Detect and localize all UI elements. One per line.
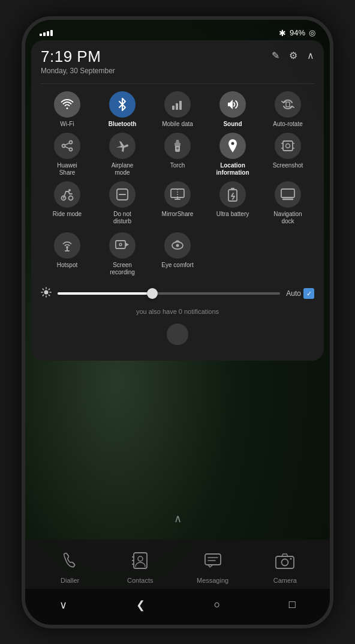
tile-location[interactable]: Location information [206,133,259,176]
tiles-row4: Hotspot Screen recording [41,232,314,276]
svg-rect-13 [283,141,293,151]
phone-content: ✱ 94% ◎ 7:19 PM Monday, 30 September ✎ ⚙… [25,20,330,625]
location-icon [219,133,246,159]
sound-tile-icon [219,91,246,118]
hotspot-label: Hotspot [57,262,77,269]
auto-check[interactable]: ✓ [303,288,314,299]
messaging-icon [199,547,227,574]
svg-line-8 [65,146,70,149]
svg-point-5 [70,140,73,143]
torch-label: Torch [170,162,185,169]
brightness-thumb[interactable] [147,288,158,299]
ride-mode-label: Ride mode [53,211,82,218]
svg-rect-1 [176,103,178,110]
auto-rotate-icon [275,91,301,118]
svg-line-7 [65,143,70,145]
svg-rect-3 [286,102,290,107]
svg-rect-0 [172,106,175,110]
nav-dropdown-btn[interactable]: ∨ [47,596,79,614]
svg-line-45 [43,289,43,289]
svg-point-39 [176,244,179,247]
time-block: 7:19 PM Monday, 30 September [41,47,115,75]
brightness-row: Auto ✓ [41,284,314,305]
tile-torch[interactable]: Torch [151,133,204,176]
tile-auto-rotate[interactable]: Auto-rotate [261,91,314,128]
svg-marker-37 [125,242,129,247]
brightness-slider[interactable] [58,292,280,295]
tile-screen-recording[interactable]: Screen recording [96,232,149,276]
edit-icon[interactable]: ✎ [272,50,279,61]
tile-sound[interactable]: Sound [206,91,259,128]
tile-airplane-mode[interactable]: Airplane mode [96,133,149,176]
battery-circle-icon: ◎ [309,28,315,37]
mirrorshare-icon [164,181,191,208]
svg-point-12 [231,142,234,145]
bluetooth-label: Bluetooth [109,121,137,128]
tile-ride-mode[interactable]: Ride mode [41,181,94,225]
tile-mobile-data[interactable]: Mobile data [151,91,204,128]
svg-rect-10 [175,143,180,146]
tile-hotspot[interactable]: Hotspot [41,232,94,276]
svg-rect-24 [171,189,184,197]
hotspot-icon [54,232,80,259]
tile-wifi[interactable]: Wi-Fi [41,91,94,128]
svg-point-59 [290,558,292,559]
nav-home-btn[interactable]: ○ [201,596,232,613]
dock-dialler[interactable]: Dialler [56,547,84,584]
mirrorshare-label: MirrorShare [162,211,194,218]
status-bar: ✱ 94% ◎ [25,20,330,40]
airplane-mode-icon [109,133,136,159]
dock-messaging[interactable]: Messaging [197,547,228,584]
header-icons: ✎ ⚙ ∧ [272,47,314,61]
tile-nav-dock[interactable]: Navigation dock [261,181,314,225]
svg-point-4 [62,144,65,147]
battery-level: 94% [290,28,305,37]
mobile-data-icon [164,91,191,118]
panel-header: 7:19 PM Monday, 30 September ✎ ⚙ ∧ [41,47,314,75]
tile-eye-comfort[interactable]: Eye comfort [151,232,204,276]
huawei-share-icon [54,133,80,159]
nav-dock-icon [275,181,301,208]
tile-dnd[interactable]: Do not disturb [96,181,149,225]
airplane-mode-label: Airplane mode [104,162,140,176]
nav-dock-label: Navigation dock [270,211,306,225]
tile-ultra-battery[interactable]: Ultra battery [206,181,259,225]
tile-bluetooth[interactable]: Bluetooth [96,91,149,128]
dialler-icon [56,547,84,574]
svg-line-47 [49,289,49,289]
bluetooth-tile-icon [109,91,136,118]
collapse-chevron[interactable]: ∧ [174,512,182,525]
svg-point-11 [176,147,179,149]
eye-comfort-icon [164,232,191,259]
svg-rect-35 [116,241,125,248]
settings-icon[interactable]: ⚙ [289,50,297,61]
swipe-handle[interactable] [41,320,314,351]
dock-camera[interactable]: Camera [271,547,299,584]
camera-label: Camera [273,577,297,584]
torch-icon [164,133,191,159]
eye-comfort-label: Eye comfort [161,262,193,269]
ultra-battery-label: Ultra battery [216,211,249,218]
chevron-up-icon[interactable]: ∧ [307,50,314,61]
svg-point-14 [286,143,290,148]
nav-recents-btn[interactable]: □ [277,596,308,613]
tile-screenshot[interactable]: Screenshot [261,133,314,176]
tiles-grid: Wi-Fi Bluetooth [41,91,314,225]
location-label: Location information [215,162,251,176]
dock-contacts[interactable]: Contacts [127,547,154,584]
huawei-share-label: Huawei Share [49,162,85,176]
svg-rect-2 [179,101,182,110]
svg-point-58 [282,559,288,565]
svg-point-6 [70,148,73,151]
tile-mirrorshare[interactable]: MirrorShare [151,181,204,225]
quick-settings-panel: 7:19 PM Monday, 30 September ✎ ⚙ ∧ [31,40,324,361]
middle-area: ∧ [25,361,330,540]
status-right: ✱ 94% ◎ [279,28,315,38]
current-time: 7:19 PM [41,47,115,66]
svg-point-21 [68,189,71,191]
ride-mode-icon [54,181,80,208]
screen-recording-label: Screen recording [104,262,140,276]
svg-line-46 [49,295,49,295]
nav-back-btn[interactable]: ❮ [124,596,157,614]
tile-huawei-share[interactable]: Huawei Share [41,133,94,176]
